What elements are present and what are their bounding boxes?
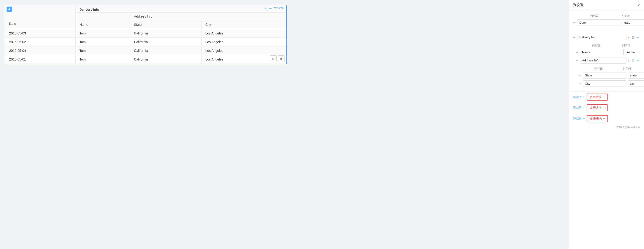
- cell-state: California: [130, 38, 202, 46]
- add-col-label-2[interactable]: 添加列 +: [573, 106, 585, 110]
- input-city-title[interactable]: [583, 80, 626, 87]
- table-container: + list_mh725179 Date Delivery Info Name …: [5, 5, 287, 64]
- cell-state: California: [130, 29, 202, 38]
- cell-city: Los Angeles: [202, 29, 286, 38]
- col-field-label-3: 列字段: [614, 67, 640, 71]
- cell-state: California: [130, 55, 202, 64]
- multi-header-btn-1[interactable]: 多级表头 +: [586, 94, 608, 100]
- table-copy-button[interactable]: ⧉: [270, 55, 276, 62]
- table-row: 2016-05-04 Tom California Los Angeles: [6, 46, 286, 55]
- delete-icon-delivery[interactable]: 🗑: [631, 36, 635, 39]
- right-panel: 列设置 ∨ 列标题 列字段 ✏ 🗑 ＋ ✏ ∧ 🗑 ＋ 列标题 列字段: [569, 0, 644, 249]
- table-actions: ⧉ 🗑: [270, 55, 284, 62]
- table-id-label: list_mh725179: [264, 6, 284, 10]
- panel-section-date: 列标题 列字段 ✏ 🗑 ＋: [569, 10, 644, 31]
- table-body: 2016-05-03 Tom California Los Angeles 20…: [6, 29, 286, 64]
- edit-icon-date[interactable]: ✏: [573, 21, 576, 24]
- panel-row-address-info: ✏ ∧ 🗑 ＋: [576, 57, 640, 64]
- panel-section-delivery: ✏ ∧ 🗑 ＋ 列标题 列字段 ✏ 🗑 ＋ ✏ ∧ 🗑 ＋: [569, 31, 644, 92]
- cell-date: 2016-05-02: [6, 38, 76, 46]
- table-add-button[interactable]: +: [6, 6, 12, 12]
- col-title-label-2: 列标题: [582, 44, 611, 48]
- up-icon-address[interactable]: ∧: [628, 59, 630, 62]
- input-date-field[interactable]: [622, 20, 644, 26]
- up-icon-delivery[interactable]: ∧: [628, 36, 630, 39]
- panel-row-city: ✏ 🗑 ＋: [578, 80, 640, 87]
- delete-icon-address[interactable]: 🗑: [631, 58, 635, 62]
- add-col-row-2: 添加列 + 多级表头 +: [569, 102, 644, 113]
- add-icon-address[interactable]: ＋: [636, 58, 640, 63]
- edit-icon-name[interactable]: ✏: [576, 50, 578, 54]
- table-row: 2016-05-02 Tom California Los Angeles: [6, 38, 286, 46]
- col-field-label-2: 列字段: [612, 44, 640, 48]
- table-row: 2016-05-01 Tom California Los Angeles: [6, 55, 286, 64]
- cell-name: Tom: [76, 55, 130, 64]
- footer-text: CSDN @GevinZhule: [569, 124, 644, 130]
- multi-header-btn-2[interactable]: 多级表头 +: [586, 104, 608, 111]
- cell-name: Tom: [76, 38, 130, 46]
- main-area: + list_mh725179 Date Delivery Info Name …: [0, 0, 569, 249]
- input-state-title[interactable]: [583, 72, 626, 78]
- panel-row-date: ✏ 🗑 ＋: [573, 20, 640, 26]
- cell-date: 2016-05-01: [6, 55, 76, 64]
- col-label-row-1: 列标题 列字段: [573, 13, 640, 20]
- cell-city: Los Angeles: [202, 38, 286, 46]
- table-delete-button[interactable]: 🗑: [278, 55, 284, 62]
- table-row: 2016-05-03 Tom California Los Angeles: [6, 29, 286, 38]
- header-city: City: [202, 21, 286, 29]
- col-label-row-3: 列标题 列字段: [578, 66, 640, 72]
- add-col-row-1: 添加列 + 多级表头 +: [569, 92, 644, 102]
- header-state: State: [130, 21, 202, 29]
- header-row-1: Date Delivery Info: [6, 6, 286, 13]
- cell-name: Tom: [76, 46, 130, 55]
- input-name-title[interactable]: [580, 49, 624, 55]
- panel-header: 列设置 ∨: [569, 0, 644, 10]
- panel-row-state: ✏ 🗑 ＋: [578, 72, 640, 78]
- data-table: Date Delivery Info Name Address Info Sta…: [5, 5, 286, 64]
- multi-header-btn-3[interactable]: 多级表头 +: [586, 115, 608, 122]
- input-address-title[interactable]: [580, 57, 626, 64]
- edit-icon-state[interactable]: ✏: [578, 74, 582, 77]
- cell-name: Tom: [76, 29, 130, 38]
- add-col-row-3: 添加列 + 多级表头 +: [569, 113, 644, 124]
- input-delivery-title[interactable]: [577, 34, 626, 40]
- panel-row-delivery-info: ✏ ∧ 🗑 ＋: [573, 34, 640, 40]
- input-city-field[interactable]: [628, 80, 644, 87]
- panel-title: 列设置: [573, 3, 584, 7]
- cell-state: California: [130, 46, 202, 55]
- input-date-title[interactable]: [577, 20, 621, 26]
- edit-icon-delivery[interactable]: ✏: [573, 36, 576, 39]
- edit-icon-address[interactable]: ✏: [576, 58, 578, 62]
- add-icon-delivery[interactable]: ＋: [636, 34, 640, 40]
- panel-row-name: ✏ 🗑 ＋: [576, 49, 640, 55]
- panel-collapse-icon[interactable]: ∨: [638, 3, 640, 7]
- edit-icon-city[interactable]: ✏: [578, 82, 582, 86]
- col-title-label-1: 列标题: [580, 14, 609, 18]
- header-name: Name: [76, 13, 130, 29]
- add-col-label-3[interactable]: 添加列 +: [573, 116, 585, 121]
- add-col-label-1[interactable]: 添加列 +: [573, 95, 585, 99]
- header-date: Date: [6, 6, 76, 29]
- cell-date: 2016-05-04: [6, 46, 76, 55]
- header-delivery-info: Delivery Info: [76, 6, 286, 13]
- input-name-field[interactable]: [625, 49, 644, 55]
- input-state-field[interactable]: [628, 72, 644, 78]
- cell-date: 2016-05-03: [6, 29, 76, 38]
- cell-city: Los Angeles: [202, 46, 286, 55]
- col-title-label-3: 列标题: [585, 67, 612, 71]
- header-address-info: Address Info: [130, 13, 286, 21]
- col-field-label-1: 列字段: [611, 14, 640, 18]
- col-label-row-2: 列标题 列字段: [576, 43, 640, 49]
